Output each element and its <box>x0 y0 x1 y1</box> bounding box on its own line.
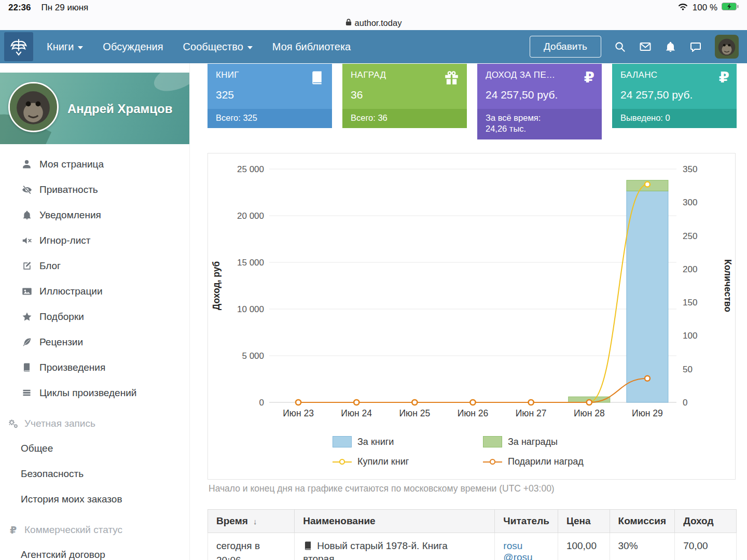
svg-text:10 000: 10 000 <box>237 304 264 314</box>
column-header-price: Цена <box>558 510 610 533</box>
decorative-leaf <box>150 73 189 96</box>
timezone-note: Начало и конец дня на графике считаются … <box>209 483 555 494</box>
nav-item-discussions[interactable]: Обсуждения <box>103 41 163 53</box>
card-footer: Всего: 36 <box>342 109 467 128</box>
book-icon <box>303 541 313 553</box>
url-text: author.today <box>355 18 402 28</box>
stat-card-awards: НАГРАД 36 Всего: 36 <box>342 64 467 128</box>
column-header-reader: Читатель <box>495 510 558 533</box>
site-logo[interactable] <box>4 32 33 61</box>
feather-icon <box>21 337 33 347</box>
svg-text:Июн 28: Июн 28 <box>574 408 605 418</box>
reader-link[interactable]: rosu <box>503 540 522 552</box>
column-header-commission: Комиссия <box>610 510 675 533</box>
svg-text:150: 150 <box>683 298 697 307</box>
sidebar-section-commercial: ₽ Коммерческий статус <box>0 518 189 542</box>
svg-text:Июн 25: Июн 25 <box>399 408 431 418</box>
svg-text:Июн 27: Июн 27 <box>516 408 547 418</box>
svg-text:Июн 26: Июн 26 <box>458 408 489 418</box>
ruble-icon: ₽ <box>7 524 19 536</box>
layers-stack-icon <box>21 387 33 398</box>
user-avatar[interactable] <box>715 35 739 59</box>
sidebar: Андрей Храмцов Моя страница Приватность … <box>0 63 190 560</box>
svg-text:25 000: 25 000 <box>237 164 264 174</box>
cell-commission: 30% <box>610 533 675 560</box>
cell-reader: rosu @rosu <box>495 533 558 560</box>
reader-handle-link[interactable]: @rosu <box>503 552 532 560</box>
browser-url-bar[interactable]: author.today <box>0 16 747 30</box>
ruble-icon: ₽ <box>584 70 594 85</box>
svg-text:Июн 29: Июн 29 <box>632 408 663 418</box>
mute-speaker-icon <box>21 235 33 246</box>
chat-bubble-icon[interactable] <box>689 40 702 53</box>
sidebar-item-series[interactable]: Циклы произведений <box>0 380 189 405</box>
payments-table: Время ↓ Наименование Читатель Цена Комис… <box>208 509 737 560</box>
sidebar-item-reviews[interactable]: Рецензии <box>0 329 189 355</box>
legend-awards-bars[interactable]: За награды <box>483 436 584 447</box>
svg-text:100: 100 <box>683 331 697 341</box>
cell-time: сегодня в 20:06 <box>208 533 295 560</box>
sidebar-item-agency-contract[interactable]: Агентский договор <box>0 542 189 560</box>
stat-card-income-period: ДОХОД ЗА ПЕ… ₽ 24 257,50 руб. За всё вре… <box>477 64 602 139</box>
nav-item-community[interactable]: Сообщество <box>183 41 253 53</box>
table-row: сегодня в 20:06 Новый старый 1978-й. Кни… <box>208 533 737 560</box>
sidebar-item-works[interactable]: Произведения <box>0 355 189 380</box>
edit-note-icon <box>21 261 33 271</box>
income-chart: 05 00010 00015 00020 00025 0000501001502… <box>208 153 735 423</box>
sidebar-item-general[interactable]: Общее <box>0 436 189 461</box>
svg-text:Количество: Количество <box>723 259 733 312</box>
svg-text:250: 250 <box>683 231 697 241</box>
sidebar-item-security[interactable]: Безопасность <box>0 461 189 486</box>
sidebar-item-notifications[interactable]: Уведомления <box>0 202 189 228</box>
sidebar-item-order-history[interactable]: История моих заказов <box>0 486 189 512</box>
sidebar-item-blog[interactable]: Блог <box>0 253 189 278</box>
wifi-icon <box>677 3 688 13</box>
book-icon <box>309 70 325 88</box>
lock-icon <box>345 18 352 28</box>
ios-status-bar: 22:36 Пн 29 июня 100 % <box>0 0 747 16</box>
profile-avatar[interactable] <box>8 82 59 132</box>
sidebar-item-ignore-list[interactable]: Игнор-лист <box>0 228 189 253</box>
legend-awards-gifted-line[interactable]: Подарили наград <box>483 456 584 467</box>
main-content: КНИГ 325 Всего: 325 НАГРАД 36 <box>208 63 737 560</box>
legend-swatch <box>483 459 502 465</box>
profile-header: Андрей Храмцов <box>0 73 189 144</box>
mail-icon[interactable] <box>639 40 652 53</box>
clock: 22:36 <box>8 3 31 13</box>
gears-icon <box>7 418 19 430</box>
svg-text:0: 0 <box>259 398 264 408</box>
sort-desc-icon: ↓ <box>253 517 257 526</box>
image-icon <box>21 286 33 297</box>
notifications-bell-icon[interactable] <box>665 41 676 53</box>
search-icon[interactable] <box>614 41 626 53</box>
cell-title: Новый старый 1978-й. Книга вторая <box>295 533 495 560</box>
nav-item-my-library[interactable]: Моя библиотека <box>272 41 351 53</box>
legend-swatch <box>333 436 352 447</box>
add-button[interactable]: Добавить <box>530 36 601 58</box>
column-header-time[interactable]: Время ↓ <box>208 510 295 533</box>
nav-item-books[interactable]: Книги <box>47 41 83 53</box>
svg-text:200: 200 <box>683 264 697 274</box>
eye-slash-icon <box>21 184 33 195</box>
sidebar-item-privacy[interactable]: Приватность <box>0 177 189 202</box>
chevron-down-icon <box>78 46 83 49</box>
legend-books-bought-line[interactable]: Купили книг <box>333 456 483 467</box>
chevron-down-icon <box>247 46 253 49</box>
svg-text:350: 350 <box>683 164 697 174</box>
star-icon <box>21 311 33 323</box>
ruble-icon: ₽ <box>719 70 729 85</box>
sidebar-item-my-page[interactable]: Моя страница <box>0 151 189 177</box>
battery-charging-icon <box>722 3 739 13</box>
legend-swatch <box>483 436 502 447</box>
svg-text:Доход, руб: Доход, руб <box>211 261 222 311</box>
card-footer: Всего: 325 <box>208 109 332 128</box>
svg-text:50: 50 <box>683 365 693 374</box>
user-icon <box>21 159 33 170</box>
sidebar-item-collections[interactable]: Подборки <box>0 304 189 329</box>
chart-legend: За книги За награды Купили книг Подарили… <box>333 436 584 467</box>
svg-text:20 000: 20 000 <box>237 211 264 221</box>
cell-income: 70,00 <box>675 533 737 560</box>
sidebar-item-illustrations[interactable]: Иллюстрации <box>0 278 189 304</box>
legend-books-bars[interactable]: За книги <box>333 436 483 447</box>
gift-icon <box>444 70 460 88</box>
